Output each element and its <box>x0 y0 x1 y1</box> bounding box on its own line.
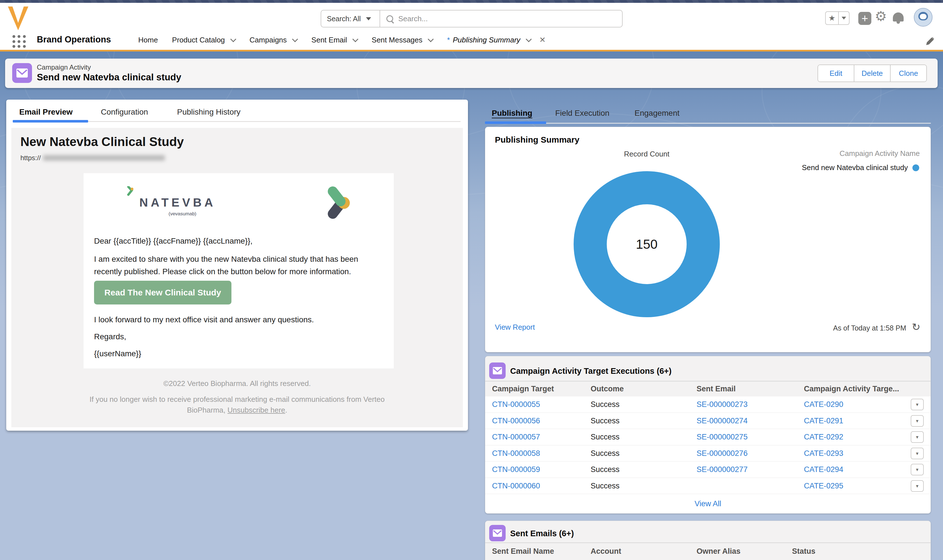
search-input[interactable] <box>398 14 616 23</box>
nav-tab-product-catalog[interactable]: Product Catalog <box>172 35 235 45</box>
campaign-target-link[interactable]: CTN-0000055 <box>492 400 540 409</box>
cate-link[interactable]: CATE-0292 <box>804 433 843 441</box>
view-report-link[interactable]: View Report <box>495 323 535 332</box>
row-actions-button[interactable]: ▼ <box>911 480 924 492</box>
table-row: CTN-0000056 Success SE-000000274 CATE-02… <box>485 413 931 429</box>
refresh-icon[interactable]: ↻ <box>912 321 920 333</box>
chevron-down-icon[interactable] <box>428 36 434 42</box>
related-list-title[interactable]: Campaign Activity Target Executions (6+) <box>510 366 671 376</box>
favorites-button[interactable]: ★ <box>825 11 849 25</box>
chevron-down-icon[interactable] <box>292 36 298 42</box>
unsubscribe-link[interactable]: Unsubscribe here <box>227 406 285 414</box>
column-header-outcome[interactable]: Outcome <box>591 385 624 393</box>
record-count-donut-chart[interactable]: 150 <box>574 171 720 317</box>
cate-link[interactable]: CATE-0290 <box>804 400 843 409</box>
row-actions-button[interactable]: ▼ <box>911 448 924 459</box>
cate-link[interactable]: CATE-0295 <box>804 482 843 490</box>
notifications-bell-icon[interactable] <box>893 12 904 22</box>
row-actions-button[interactable]: ▼ <box>911 464 924 475</box>
tab-engagement[interactable]: Engagement <box>634 109 679 118</box>
chevron-down-icon[interactable] <box>352 36 358 42</box>
favorites-menu-button[interactable] <box>839 12 849 24</box>
campaign-target-link[interactable]: CTN-0000058 <box>492 449 540 457</box>
delete-button[interactable]: Delete <box>854 65 890 82</box>
sent-email-link[interactable]: SE-000000274 <box>696 416 747 425</box>
column-header-owner-alias[interactable]: Owner Alias <box>696 547 741 556</box>
app-launcher-waffle-icon[interactable] <box>12 35 26 48</box>
sent-email-link[interactable]: SE-000000273 <box>696 400 747 409</box>
chevron-down-icon[interactable] <box>230 36 236 42</box>
outcome-value: Success <box>591 465 619 474</box>
outcome-value: Success <box>591 416 619 425</box>
star-icon[interactable]: ★ <box>826 12 839 24</box>
related-list-title[interactable]: Sent Emails (6+) <box>510 529 574 538</box>
table-row: CTN-0000058 Success SE-000000276 CATE-02… <box>485 445 931 462</box>
divider <box>485 381 931 382</box>
record-count-label: Record Count <box>485 150 808 158</box>
campaign-activity-target-executions-card: Campaign Activity Target Executions (6+)… <box>485 356 931 514</box>
legend-title: Campaign Activity Name <box>840 149 920 158</box>
email-body-paragraph: I am excited to share with you the new N… <box>94 253 381 278</box>
tab-publishing[interactable]: Publishing <box>492 109 532 118</box>
setup-gear-icon[interactable]: ⚙ <box>875 9 887 23</box>
nav-tab-home[interactable]: Home <box>138 35 158 45</box>
campaign-target-link[interactable]: CTN-0000059 <box>492 465 540 474</box>
global-actions-button[interactable]: + <box>858 12 871 25</box>
campaign-target-link[interactable]: CTN-0000057 <box>492 433 540 441</box>
tab-publishing-history[interactable]: Publishing History <box>177 108 241 117</box>
cate-link[interactable]: CATE-0291 <box>804 416 843 425</box>
tab-configuration[interactable]: Configuration <box>101 108 148 117</box>
legend-item[interactable]: Send new Natevba clinical study <box>802 163 919 172</box>
record-header: Campaign Activity Send new Natevba clini… <box>5 58 938 88</box>
nav-tab-publishing-summary-active[interactable]: * Publishing Summary ✕ <box>447 35 546 45</box>
nav-tab-campaigns[interactable]: Campaigns <box>250 35 298 45</box>
email-body-paragraph-2: I look forward to my next office visit a… <box>94 314 314 326</box>
tab-email-preview[interactable]: Email Preview <box>19 108 73 117</box>
campaign-target-link[interactable]: CTN-0000060 <box>492 482 540 490</box>
row-actions-button[interactable]: ▼ <box>911 399 924 410</box>
legend-color-dot <box>912 165 919 171</box>
app-name: Brand Operations <box>37 34 111 45</box>
nav-tab-sent-messages[interactable]: Sent Messages <box>372 35 433 45</box>
row-actions-button[interactable]: ▼ <box>911 431 924 443</box>
table-row: CTN-0000059 Success SE-000000277 CATE-02… <box>485 462 931 478</box>
column-header-campaign-target[interactable]: Campaign Target <box>492 385 554 393</box>
read-clinical-study-button[interactable]: Read The New Clinical Study <box>94 281 232 305</box>
campaign-target-link[interactable]: CTN-0000056 <box>492 416 540 425</box>
record-entity-label: Campaign Activity <box>37 63 91 71</box>
clone-button[interactable]: Clone <box>890 65 926 82</box>
legend-item-label: Send new Natevba clinical study <box>802 163 908 172</box>
edit-button[interactable]: Edit <box>818 65 854 82</box>
publishing-summary-title: Publishing Summary <box>495 135 579 145</box>
executions-table-body: CTN-0000055 Success SE-000000273 CATE-02… <box>485 397 931 494</box>
tab-field-execution[interactable]: Field Execution <box>555 109 609 118</box>
blurred-url <box>43 155 165 161</box>
column-header-status[interactable]: Status <box>792 547 815 556</box>
edit-nav-pencil-icon[interactable] <box>925 36 935 46</box>
natevba-brand-mark-icon <box>127 186 135 196</box>
publishing-summary-card: Publishing Summary Record Count Campaign… <box>485 127 931 352</box>
sent-email-link[interactable]: SE-000000275 <box>696 433 747 441</box>
column-header-account[interactable]: Account <box>591 547 621 556</box>
row-actions-button[interactable]: ▼ <box>911 415 924 427</box>
sent-email-link[interactable]: SE-000000276 <box>696 449 747 457</box>
nav-tab-sent-email[interactable]: Sent Email <box>311 35 358 45</box>
campaign-activity-envelope-icon <box>12 63 32 83</box>
chevron-down-icon[interactable] <box>526 36 532 42</box>
cate-link[interactable]: CATE-0293 <box>804 449 843 457</box>
column-header-sent-email-name[interactable]: Sent Email Name <box>492 547 554 556</box>
divider <box>485 543 931 543</box>
cate-link[interactable]: CATE-0294 <box>804 465 843 474</box>
user-avatar[interactable] <box>914 8 932 26</box>
search-scope-selector[interactable]: Search: All <box>321 11 380 27</box>
view-all-row: View All <box>485 494 931 514</box>
campaign-activity-envelope-icon <box>489 363 506 379</box>
close-tab-icon[interactable]: ✕ <box>539 35 546 45</box>
email-preview-url: https:// <box>20 154 165 162</box>
sent-email-link[interactable]: SE-000000277 <box>696 465 747 474</box>
email-body-card: NATEVBA (vevasumab) Dear {{accTitle}} {{… <box>83 173 394 368</box>
column-header-sent-email[interactable]: Sent Email <box>696 385 736 393</box>
veeva-logo <box>8 6 28 30</box>
column-header-cate[interactable]: Campaign Activity Targe... <box>804 385 899 393</box>
view-all-link[interactable]: View All <box>695 500 721 508</box>
